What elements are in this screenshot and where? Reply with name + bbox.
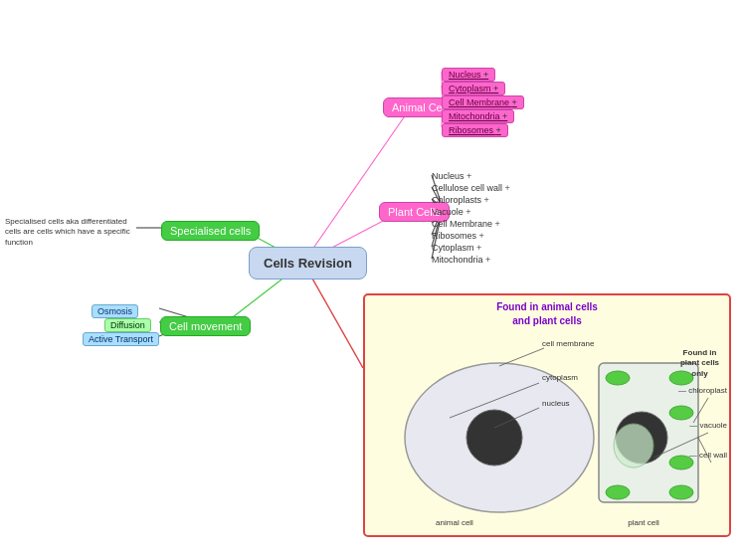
svg-text:nucleus: nucleus [542,399,570,408]
svg-point-9 [606,485,630,499]
plant-ribosomes: Ribosomes + [432,231,484,241]
animal-membrane[interactable]: Cell Membrane + [442,95,524,109]
diagram-box: Found in animal cellsand plant cells [363,293,731,537]
svg-point-6 [669,406,693,420]
svg-point-4 [606,371,630,385]
chloroplast-label: — chloroplast [678,386,727,395]
plant-membrane: Cell Membrane + [432,219,500,229]
found-in-plant-label: Found inplant cellsonly [672,348,727,379]
svg-point-1 [466,410,522,466]
cell-movement-label: Cell movement [169,320,242,332]
plant-cytoplasm: Cytoplasm + [432,243,481,253]
svg-text:animal cell: animal cell [436,518,473,527]
specialised-desc: Specialised cells aka differentiated cel… [5,217,134,248]
plant-nucleus: Nucleus + [432,171,471,181]
plant-vacuole: Vacuole + [432,207,471,217]
active-transport-node[interactable]: Active Transport [83,332,159,346]
diffusion-node[interactable]: Diffusion [104,318,151,332]
osmosis-node[interactable]: Osmosis [92,304,138,318]
svg-line-11 [499,348,544,366]
animal-cytoplasm[interactable]: Cytoplasm + [442,82,505,95]
specialised-label: Specialised cells [170,225,251,237]
cell-wall-label: — cell wall [689,451,727,460]
diagram-title: Found in animal cellsand plant cells [365,300,729,328]
animal-mitochondria[interactable]: Mitochondria + [442,109,514,123]
plant-mitochondria: Mitochondria + [432,255,490,265]
svg-text:cell membrane: cell membrane [542,339,595,348]
animal-nucleus[interactable]: Nucleus + [442,68,495,82]
specialised-node[interactable]: Specialised cells [161,221,260,241]
central-node[interactable]: Cells Revision [249,247,367,280]
cell-movement-node[interactable]: Cell movement [160,316,251,336]
plant-cellwall: Cellulose cell wall + [432,183,510,193]
central-label: Cells Revision [264,256,352,271]
svg-text:plant cell: plant cell [628,518,659,527]
diagram-content: cell membrane cytoplasm nucleus animal c… [365,328,729,528]
svg-text:cytoplasm: cytoplasm [542,373,578,382]
svg-point-10 [614,424,653,467]
plant-chloroplasts: Chloroplasts + [432,195,489,205]
animal-ribosomes[interactable]: Ribosomes + [442,123,508,137]
svg-point-8 [669,485,693,499]
vacuole-label: — vacuole [689,421,727,430]
